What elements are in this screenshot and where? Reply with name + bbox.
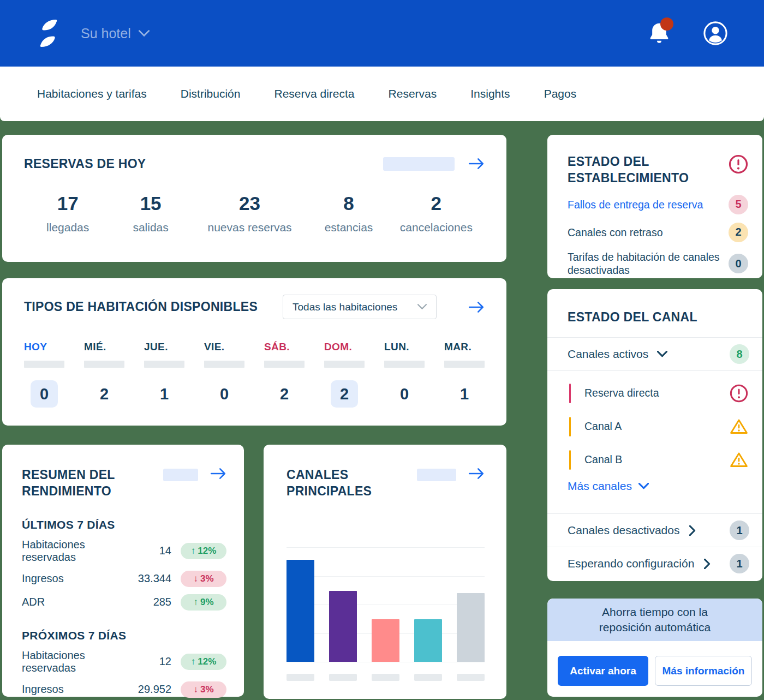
more-info-button[interactable]: Más información [655,656,752,686]
nav-pagos[interactable]: Pagos [544,87,577,100]
label-placeholder [457,674,485,681]
card-title: TIPOS DE HABITACIÓN DISPONIBLES [24,298,258,315]
channel-list: Reserva directa Canal A Canal B [547,371,762,513]
day-column: VIE. 0 [204,341,244,408]
count-badge: 1 [730,520,749,540]
chevron-down-icon [417,304,427,310]
chart-bar [414,619,442,662]
channel-row-canal-a[interactable]: Canal A [547,410,762,443]
chart-bar [457,593,485,662]
chart-bar [286,560,314,662]
chevron-right-icon [689,525,696,536]
trend-arrow-icon: ↓ [193,684,198,695]
label-placeholder [372,674,399,681]
day-column: SÁB. 2 [264,341,305,408]
arrow-right-icon[interactable] [468,466,485,481]
nav-insights[interactable]: Insights [470,87,510,100]
nav-habitaciones-y-tarifas[interactable]: Habitaciones y tarifas [37,87,147,100]
notification-dot [660,17,673,31]
day-column: MAR. 1 [444,341,485,408]
trend-badge: ↓3% [181,681,226,698]
stat-llegadas: 17 llegadas [24,193,111,234]
section-heading: ÚLTIMOS 7 DÍAS [22,518,226,531]
chevron-down-icon [657,351,667,357]
channels-bar-chart [286,547,485,662]
count-badge: 8 [730,344,749,364]
count-badge: 2 [729,223,748,242]
trend-arrow-icon: ↑ [193,597,198,608]
status-item: Canales con retraso 2 [568,223,748,242]
channel-row-canal-b[interactable]: Canal B [547,443,762,476]
more-channels-link[interactable]: Más canales [547,476,762,506]
auto-replenishment-promo-card: Ahorra tiempo con la reposición automáti… [547,599,762,697]
room-filter-select[interactable]: Todas las habitaciones [283,295,437,319]
hotel-selector[interactable]: Su hotel [81,26,150,41]
reservations-today-card: RESERVAS DE HOY 17 llegadas 15 salidas 2… [2,135,506,262]
status-mark [569,417,571,436]
performance-summary-card: RESUMEN DEL RENDIMIENTO ÚLTIMOS 7 DÍAS H… [2,445,244,697]
disabled-channels-row[interactable]: Canales desactivados 1 [547,514,762,547]
perf-row: Ingresos 33.344 ↓3% [22,571,226,587]
profile-avatar[interactable] [703,21,728,46]
trend-arrow-icon: ↑ [191,546,196,557]
top-channels-card: CANALES PRINCIPALES [264,445,506,699]
card-title: RESERVAS DE HOY [24,155,146,172]
delivery-failures-link[interactable]: Fallos de entrega de reserva [568,198,729,211]
channel-row-reserva-directa[interactable]: Reserva directa [547,376,762,410]
card-title: ESTADO DEL ESTABLECIMIENTO [568,153,704,187]
day-column: DOM. 2 [324,341,365,408]
awaiting-setup-row[interactable]: Esperando configuración 1 [547,547,762,580]
perf-row: Habitaciones reservadas 12 ↑12% [22,649,226,674]
alert-circle-icon [729,154,748,174]
day-column: JUE. 1 [144,341,184,408]
perf-row: Ingresos 29.952 ↓3% [22,681,226,698]
arrow-right-icon[interactable] [468,157,485,171]
count-badge: 1 [730,554,749,573]
card-title: CANALES PRINCIPALES [286,466,412,500]
nav-distribucion[interactable]: Distribución [181,87,241,100]
stat-cancelaciones: 2 cancelaciones [388,193,485,234]
link-text-placeholder [383,157,455,171]
nav-reserva-directa[interactable]: Reserva directa [274,87,354,100]
chart-x-labels [286,674,485,681]
bar-placeholder [444,361,485,368]
trend-badge: ↑12% [181,543,226,559]
nav-reservas[interactable]: Reservas [389,87,437,100]
arrow-right-icon[interactable] [468,300,485,314]
activate-now-button[interactable]: Activar ahora [558,656,648,686]
chevron-down-icon [638,483,649,489]
trend-arrow-icon: ↑ [191,656,196,667]
bar-placeholder [324,361,365,368]
warning-triangle-icon [730,451,748,469]
header-actions [647,21,728,46]
trend-badge: ↑9% [181,594,226,611]
gridline [286,662,485,662]
label-placeholder [286,674,314,681]
promo-banner: Ahorra tiempo con la reposición automáti… [547,599,762,641]
bar-placeholder [204,361,244,368]
bar-placeholder [264,361,305,368]
status-mark [569,450,571,470]
trend-badge: ↑12% [181,654,226,670]
bar-placeholder [144,361,184,368]
chevron-right-icon [704,559,711,569]
alert-circle-icon [730,384,748,403]
status-item: Tarifas de habitación de canales desacti… [568,250,748,277]
card-title: RESUMEN DEL RENDIMIENTO [22,466,139,500]
trend-badge: ↓3% [181,571,226,587]
app-logo-icon[interactable] [36,19,61,47]
count-badge: 5 [729,195,748,214]
property-status-card: ESTADO DEL ESTABLECIMIENTO Fallos de ent… [547,135,762,278]
arrow-right-icon[interactable] [210,466,226,481]
stat-salidas: 15 salidas [111,193,189,234]
notifications-button[interactable] [647,21,671,46]
stat-nuevas-reservas: 23 nuevas reservas [190,193,309,234]
warning-triangle-icon [730,417,748,436]
bar-placeholder [84,361,124,368]
today-stats: 17 llegadas 15 salidas 23 nuevas reserva… [24,193,485,234]
section-heading: PRÓXIMOS 7 DÍAS [22,629,226,642]
active-channels-toggle[interactable]: Canales activos 8 [547,338,762,370]
status-item: Fallos de entrega de reserva 5 [568,195,748,214]
room-filter-value: Todas las habitaciones [293,301,397,313]
app-header: Su hotel [0,0,764,67]
